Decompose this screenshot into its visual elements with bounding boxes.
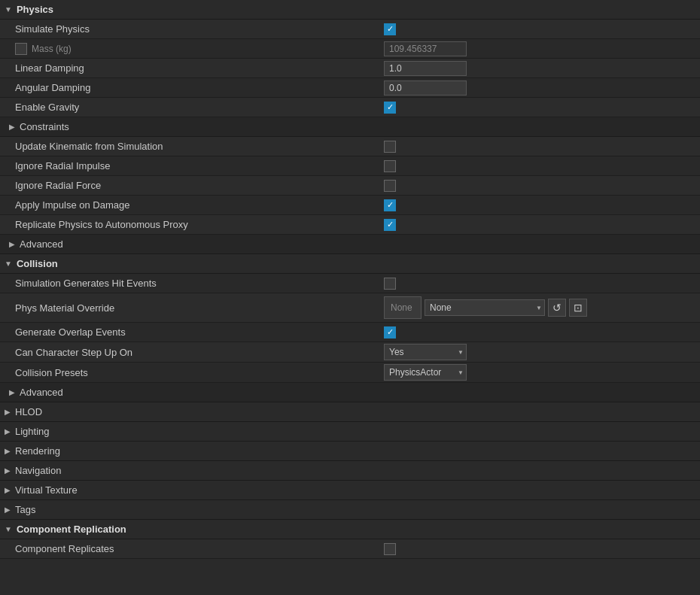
- can-character-step-label: Can Character Step Up On: [15, 347, 384, 358]
- generate-overlap-value: [384, 326, 694, 338]
- collision-section-label: Collision: [17, 258, 58, 269]
- linear-damping-value: [384, 61, 694, 76]
- tags-arrow: ▶: [5, 505, 11, 514]
- component-replicates-checkbox[interactable]: [384, 543, 396, 555]
- angular-damping-row: Angular Damping: [0, 78, 700, 98]
- apply-impulse-value: [384, 199, 694, 211]
- navigation-arrow: ▶: [5, 466, 11, 475]
- collision-advanced-header[interactable]: ▶ Advanced: [0, 383, 700, 402]
- linear-damping-input[interactable]: [384, 61, 467, 76]
- angular-damping-label: Angular Damping: [15, 82, 384, 93]
- can-character-step-dropdown[interactable]: Yes No Owner: [384, 344, 467, 360]
- lighting-arrow: ▶: [5, 427, 11, 436]
- component-replication-label: Component Replication: [17, 524, 126, 535]
- ignore-radial-force-label: Ignore Radial Force: [15, 180, 384, 191]
- apply-impulse-checkbox[interactable]: [384, 199, 396, 211]
- mass-value: [384, 41, 694, 56]
- collision-collapse-arrow: ▼: [5, 260, 12, 268]
- collision-presets-value: PhysicsActor Custom NoCollision: [384, 364, 694, 381]
- angular-damping-value: [384, 80, 694, 96]
- navigation-section-header[interactable]: ▶ Navigation: [0, 461, 700, 481]
- enable-gravity-value: [384, 102, 694, 114]
- phys-material-dropdown[interactable]: None: [425, 299, 545, 316]
- sim-generates-hit-value: [384, 278, 694, 290]
- constraints-arrow: ▶: [9, 123, 15, 131]
- virtual-texture-arrow: ▶: [5, 486, 11, 494]
- mass-label: Mass (kg): [32, 44, 72, 54]
- can-character-step-value: Yes No Owner: [384, 344, 694, 360]
- rendering-section-header[interactable]: ▶ Rendering: [0, 442, 700, 461]
- physics-advanced-arrow: ▶: [9, 240, 15, 248]
- generate-overlap-row: Generate Overlap Events: [0, 323, 700, 342]
- ignore-radial-force-checkbox[interactable]: [384, 180, 396, 192]
- hlod-arrow: ▶: [5, 408, 11, 416]
- component-replication-section-header[interactable]: ▼ Component Replication: [0, 520, 700, 539]
- mass-row: Mass (kg): [0, 39, 700, 59]
- navigation-label: Navigation: [15, 465, 61, 476]
- ignore-radial-force-value: [384, 180, 694, 192]
- physics-advanced-header[interactable]: ▶ Advanced: [0, 235, 700, 254]
- component-replicates-row: Component Replicates: [0, 539, 700, 559]
- simulate-physics-row: Simulate Physics: [0, 20, 700, 39]
- physics-collapse-arrow: ▼: [5, 5, 12, 14]
- physics-section-label: Physics: [17, 4, 53, 15]
- component-replication-arrow: ▼: [5, 525, 12, 533]
- hlod-label: HLOD: [15, 406, 42, 417]
- sim-generates-hit-row: Simulation Generates Hit Events: [0, 274, 700, 293]
- collision-advanced-label: Advanced: [20, 387, 63, 398]
- generate-overlap-checkbox[interactable]: [384, 326, 396, 338]
- ignore-radial-impulse-value: [384, 160, 694, 172]
- virtual-texture-section-header[interactable]: ▶ Virtual Texture: [0, 481, 700, 500]
- mass-input[interactable]: [384, 41, 467, 56]
- physics-section-header[interactable]: ▼ Physics: [0, 0, 700, 20]
- lighting-label: Lighting: [15, 426, 50, 437]
- mass-label-container: Mass (kg): [15, 43, 384, 55]
- enable-gravity-checkbox[interactable]: [384, 102, 396, 114]
- update-kinematic-label: Update Kinematic from Simulation: [15, 141, 384, 152]
- simulate-physics-label: Simulate Physics: [15, 23, 384, 35]
- phys-material-dropdown-container: None ↺ ⊡: [425, 299, 587, 317]
- tags-label: Tags: [15, 504, 35, 515]
- apply-impulse-label: Apply Impulse on Damage: [15, 199, 384, 211]
- replicate-physics-label: Replicate Physics to Autonomous Proxy: [15, 219, 384, 230]
- phys-material-row: Phys Material Override None None ↺ ⊡: [0, 293, 700, 323]
- update-kinematic-value: [384, 141, 694, 153]
- phys-material-browse-icon[interactable]: ⊡: [569, 299, 587, 317]
- sim-generates-hit-label: Simulation Generates Hit Events: [15, 278, 384, 289]
- update-kinematic-row: Update Kinematic from Simulation: [0, 137, 700, 156]
- mass-checkbox[interactable]: [15, 43, 27, 55]
- phys-material-none-box: None: [384, 296, 422, 319]
- virtual-texture-label: Virtual Texture: [15, 484, 78, 496]
- angular-damping-input[interactable]: [384, 80, 467, 96]
- rendering-label: Rendering: [15, 445, 60, 457]
- collision-section-header[interactable]: ▼ Collision: [0, 254, 700, 274]
- can-character-step-row: Can Character Step Up On Yes No Owner: [0, 342, 700, 363]
- phys-material-label: Phys Material Override: [15, 302, 384, 314]
- sim-generates-hit-checkbox[interactable]: [384, 278, 396, 290]
- tags-section-header[interactable]: ▶ Tags: [0, 500, 700, 520]
- component-replicates-value: [384, 543, 694, 555]
- collision-presets-row: Collision Presets PhysicsActor Custom No…: [0, 363, 700, 383]
- update-kinematic-checkbox[interactable]: [384, 141, 396, 153]
- ignore-radial-impulse-checkbox[interactable]: [384, 160, 396, 172]
- generate-overlap-label: Generate Overlap Events: [15, 326, 384, 338]
- linear-damping-row: Linear Damping: [0, 59, 700, 78]
- lighting-section-header[interactable]: ▶ Lighting: [0, 422, 700, 442]
- replicate-physics-row: Replicate Physics to Autonomous Proxy: [0, 215, 700, 235]
- constraints-section-header[interactable]: ▶ Constraints: [0, 117, 700, 137]
- linear-damping-label: Linear Damping: [15, 62, 384, 74]
- simulate-physics-value: [384, 23, 694, 35]
- simulate-physics-checkbox[interactable]: [384, 23, 396, 35]
- hlod-section-header[interactable]: ▶ HLOD: [0, 402, 700, 422]
- replicate-physics-checkbox[interactable]: [384, 219, 396, 231]
- rendering-arrow: ▶: [5, 447, 11, 455]
- collision-presets-label: Collision Presets: [15, 367, 384, 378]
- phys-material-reset-icon[interactable]: ↺: [548, 299, 566, 317]
- constraints-section-label: Constraints: [20, 121, 69, 132]
- ignore-radial-impulse-label: Ignore Radial Impulse: [15, 160, 384, 172]
- enable-gravity-row: Enable Gravity: [0, 98, 700, 117]
- physics-advanced-label: Advanced: [20, 238, 63, 250]
- collision-presets-dropdown[interactable]: PhysicsActor Custom NoCollision: [384, 364, 467, 381]
- enable-gravity-label: Enable Gravity: [15, 102, 384, 113]
- component-replicates-label: Component Replicates: [15, 543, 384, 554]
